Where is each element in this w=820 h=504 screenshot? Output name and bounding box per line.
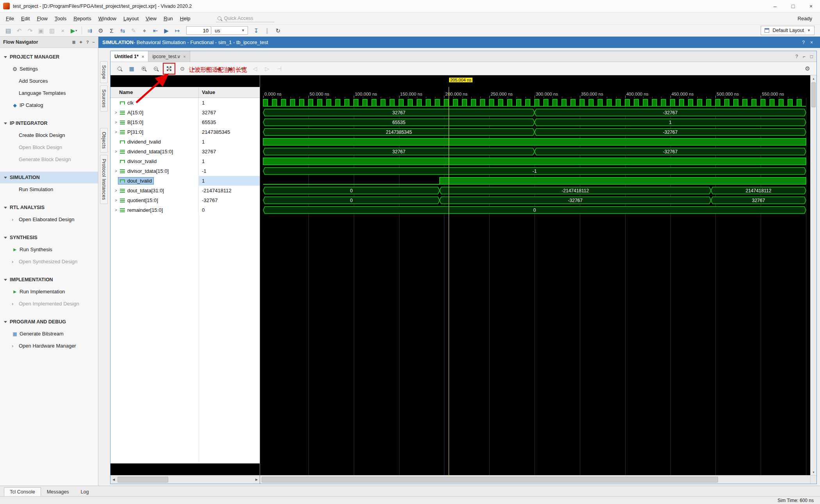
menu-file[interactable]: File <box>2 14 18 23</box>
signal-name-cell[interactable]: dividend_tvalid <box>111 137 199 147</box>
copy-icon[interactable]: ▣ <box>36 25 46 35</box>
quick-access-search[interactable]: Quick Access <box>216 15 275 22</box>
breakpoints-icon[interactable]: ⇆ <box>118 25 128 35</box>
menu-window[interactable]: Window <box>95 14 120 23</box>
delete-icon[interactable]: × <box>58 25 68 35</box>
close-icon[interactable]: × <box>183 54 185 59</box>
wave-row-dividend-tvalid[interactable] <box>260 137 810 147</box>
time-unit-select[interactable]: us ▼ <box>212 26 248 35</box>
bottom-tab-messages[interactable]: Messages <box>41 487 75 496</box>
nav-header-ip-integrator[interactable]: IP INTEGRATOR <box>0 117 98 129</box>
nav-item-generate-block-design[interactable]: Generate Block Design <box>0 153 98 165</box>
maximize-button[interactable]: □ <box>784 0 802 12</box>
settings-icon[interactable]: ⚙ <box>96 25 106 35</box>
scroll-right-icon[interactable]: ▶ <box>253 476 260 484</box>
report-sigma-icon[interactable]: Σ <box>107 25 117 35</box>
help-icon[interactable]: ? <box>802 40 805 45</box>
menu-reports[interactable]: Reports <box>70 14 95 23</box>
signal-row-p-31-0[interactable]: >P[31:0]2147385345 <box>111 127 260 137</box>
nav-item-open-synthesized-design[interactable]: ›Open Synthesized Design <box>0 256 98 268</box>
scroll-up-icon[interactable]: ▲ <box>811 75 816 82</box>
signal-name-cell[interactable]: >remainder[15:0] <box>111 205 199 215</box>
pin-icon[interactable]: ✦ <box>79 40 83 45</box>
zoom-fit-icon[interactable] <box>164 64 174 73</box>
signal-row-quotient-15-0[interactable]: >quotient[15:0]-32767 <box>111 195 260 205</box>
probe-icon[interactable]: ⌖ <box>139 25 150 35</box>
nav-item-settings[interactable]: ⚙Settings <box>0 63 98 75</box>
open-recent-icon[interactable]: ▤ <box>3 25 13 35</box>
nav-item-open-hardware-manager[interactable]: ›Open Hardware Manager <box>0 340 98 352</box>
minimize-button[interactable]: – <box>766 0 784 12</box>
signal-row-divisor-tdata-15-0[interactable]: >divisor_tdata[15:0]-1 <box>111 166 260 176</box>
expander-icon[interactable]: > <box>114 198 118 202</box>
value-column-header[interactable]: Value <box>199 87 260 98</box>
restart-icon[interactable]: ⇤ <box>150 25 160 35</box>
nav-header-simulation[interactable]: SIMULATION <box>0 172 98 183</box>
save-waveform-icon[interactable]: ▦ <box>127 64 137 73</box>
signal-name-cell[interactable]: >dout_tdata[31:0] <box>111 186 199 195</box>
wave-hscrollbar[interactable] <box>260 475 810 484</box>
signal-row-divisor-tvalid[interactable]: divisor_tvalid1 <box>111 156 260 166</box>
bottom-tab-tcl-console[interactable]: Tcl Console <box>4 487 41 496</box>
signal-name-cell[interactable]: >P[31:0] <box>111 127 199 137</box>
float-icon[interactable]: ⌐ <box>803 54 806 59</box>
nav-item-run-synthesis[interactable]: ▶Run Synthesis <box>0 243 98 256</box>
minimize-icon[interactable]: − <box>93 40 95 45</box>
zoom-in-icon[interactable]: + <box>139 64 149 73</box>
menu-layout[interactable]: Layout <box>120 14 142 23</box>
signal-row-b-15-0[interactable]: >B[15:0]65535 <box>111 117 260 127</box>
simulation-time-input[interactable] <box>186 26 211 35</box>
signal-row-remainder-15-0[interactable]: >remainder[15:0]0 <box>111 205 260 215</box>
run-for-icon[interactable]: ↦ <box>172 25 182 35</box>
step-icon[interactable]: ⇉ <box>85 25 95 35</box>
wave-vscrollbar[interactable]: ▲ ▼ <box>810 75 816 484</box>
run-icon[interactable]: ▶▾ <box>69 25 79 35</box>
wave-cursor[interactable] <box>449 87 449 475</box>
wave-row-dividend-tdata-15-0[interactable]: 32767-32767 <box>260 147 810 156</box>
scroll-left-icon[interactable]: ◀ <box>111 476 117 484</box>
pause-icon[interactable]: ∥ <box>262 25 272 35</box>
nav-header-project-manager[interactable]: PROJECT MANAGER <box>0 51 98 63</box>
name-column-header[interactable]: Name <box>111 87 199 98</box>
find-icon[interactable] <box>114 64 125 73</box>
doc-tab-ipcore-test-v[interactable]: ipcore_test.v× <box>148 51 190 62</box>
expander-icon[interactable]: > <box>114 110 118 115</box>
menu-tools[interactable]: Tools <box>51 14 70 23</box>
wave-row-p-31-0[interactable]: 2147385345-32767 <box>260 127 810 137</box>
panel-tab-scope[interactable]: Scope <box>100 61 108 83</box>
panel-tab-objects[interactable]: Objects <box>100 128 108 153</box>
zoom-out-icon[interactable]: − <box>151 64 161 73</box>
close-button[interactable]: × <box>802 0 820 12</box>
nav-item-language-templates[interactable]: Language Templates <box>0 87 98 99</box>
scrollbar-thumb[interactable] <box>118 477 168 483</box>
wave-row-dout-tdata-31-0[interactable]: 0-21474181122147418112 <box>260 186 810 195</box>
nav-header-program-and-debug[interactable]: PROGRAM AND DEBUG <box>0 316 98 328</box>
flow-options-icon[interactable]: ≣ <box>72 40 75 45</box>
paste-icon[interactable]: ▥ <box>47 25 57 35</box>
signal-row-clk[interactable]: clk1 <box>111 98 260 108</box>
signal-row-a-15-0[interactable]: >A[15:0]32767 <box>111 108 260 117</box>
nav-item-create-block-design[interactable]: Create Block Design <box>0 129 98 141</box>
nav-header-implementation[interactable]: IMPLEMENTATION <box>0 274 98 286</box>
signal-row-dout-tvalid[interactable]: dout_tvalid1 <box>111 176 260 186</box>
signal-name-cell[interactable]: >B[15:0] <box>111 117 199 127</box>
help-icon[interactable]: ? <box>86 40 89 45</box>
undo-icon[interactable]: ↶ <box>14 25 24 35</box>
signal-name-cell[interactable]: >quotient[15:0] <box>111 195 199 205</box>
signal-name-cell[interactable]: >divisor_tdata[15:0] <box>111 166 199 176</box>
signal-name-cell[interactable]: dout_tvalid <box>111 176 199 186</box>
expander-icon[interactable]: > <box>114 130 118 134</box>
previous-marker-icon[interactable]: ◁ <box>250 64 260 73</box>
wave-row-remainder-15-0[interactable]: 0 <box>260 205 810 215</box>
doc-tab-untitled-1[interactable]: Untitled 1*× <box>111 51 148 62</box>
waveform-canvas[interactable]: 205.004 ns 0.000 ns50.000 ns100.000 ns15… <box>260 75 810 484</box>
help-icon[interactable]: ? <box>795 54 798 59</box>
expander-icon[interactable]: > <box>114 149 118 154</box>
signal-tree-hscrollbar[interactable]: ◀ ▶ <box>111 475 260 484</box>
relaunch-icon[interactable]: ↻ <box>273 25 283 35</box>
zoom-to-cursor-icon[interactable]: ⊙ <box>177 64 187 73</box>
swap-cursors-icon[interactable]: ⊣ <box>274 64 284 73</box>
edit-icon[interactable]: ✎ <box>128 25 139 35</box>
nav-item-ip-catalog[interactable]: ◆IP Catalog <box>0 99 98 111</box>
signal-name-cell[interactable]: >dividend_tdata[15:0] <box>111 147 199 156</box>
